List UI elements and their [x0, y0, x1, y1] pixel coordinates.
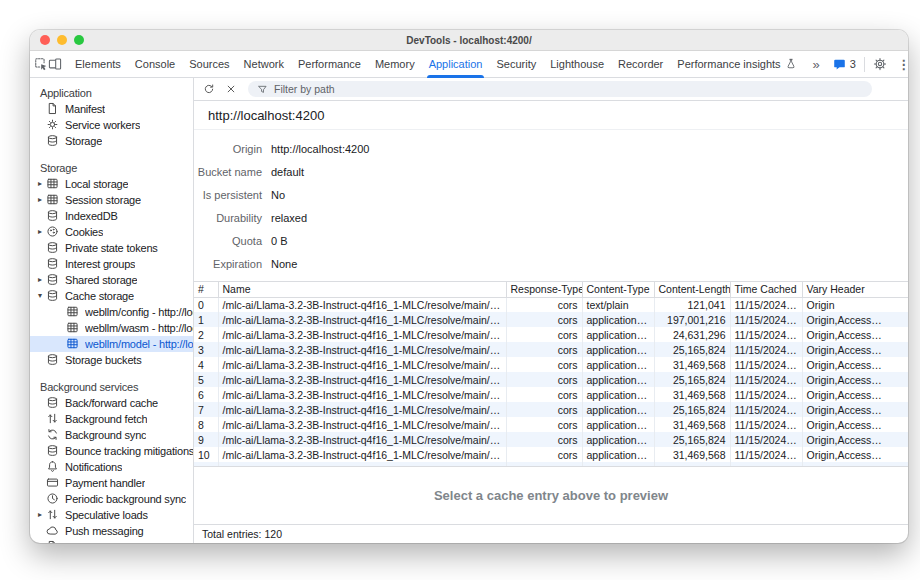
sidebar-item-service-workers[interactable]: Service workers — [30, 117, 193, 133]
sidebar-item-private-state-tokens[interactable]: Private state tokens — [30, 240, 193, 256]
sidebar-item-reporting-api[interactable]: Reporting API — [30, 539, 193, 543]
tab-performance-insights[interactable]: Performance insights — [670, 51, 803, 77]
table-icon — [66, 305, 80, 319]
sidebar-item-label: Cookies — [65, 226, 103, 238]
cell-content-length: 31,469,568 — [654, 387, 730, 402]
total-entries-label: Total entries: 120 — [202, 528, 282, 540]
tab-console[interactable]: Console — [128, 51, 182, 77]
column-header-name[interactable]: Name — [218, 282, 506, 297]
cell-content-length: 197,001,216 — [654, 312, 730, 327]
sidebar-item-session-storage[interactable]: ▸Session storage — [30, 192, 193, 208]
minimize-window-button[interactable] — [57, 35, 67, 45]
sidebar-item-background-fetch[interactable]: Background fetch — [30, 411, 193, 427]
tab-sources[interactable]: Sources — [182, 51, 236, 77]
tab-network[interactable]: Network — [237, 51, 291, 77]
sidebar-item-webllm-model-http-loc[interactable]: webllm/model - http://loc… — [30, 336, 193, 352]
sidebar-item-storage-buckets[interactable]: Storage buckets — [30, 352, 193, 368]
table-row[interactable]: 4/mlc-ai/Llama-3.2-3B-Instruct-q4f16_1-M… — [194, 357, 908, 372]
cell-name: /mlc-ai/Llama-3.2-3B-Instruct-q4f16_1-ML… — [218, 432, 506, 447]
cache-storage-panel: Filter by path http://localhost:4200 Ori… — [194, 78, 908, 543]
issues-button[interactable]: 3 — [828, 51, 861, 77]
sidebar-item-label: Local storage — [65, 178, 128, 190]
sidebar-item-background-sync[interactable]: Background sync — [30, 427, 193, 443]
expander-right-icon[interactable]: ▸ — [34, 272, 46, 288]
cell-: 6 — [194, 387, 218, 402]
updown-arrows-icon — [46, 508, 60, 522]
table-row[interactable]: 0/mlc-ai/Llama-3.2-3B-Instruct-q4f16_1-M… — [194, 297, 908, 312]
menu-kebab-icon[interactable]: ⋮ — [892, 51, 908, 77]
sidebar-item-webllm-config-http-loc[interactable]: webllm/config - http://loc… — [30, 304, 193, 320]
document-icon — [46, 540, 60, 543]
table-row[interactable]: 7/mlc-ai/Llama-3.2-3B-Instruct-q4f16_1-M… — [194, 402, 908, 417]
sidebar-item-indexeddb[interactable]: IndexedDB — [30, 208, 193, 224]
sidebar-item-manifest[interactable]: Manifest — [30, 101, 193, 117]
tab-lighthouse[interactable]: Lighthouse — [543, 51, 611, 77]
sidebar-item-label: Notifications — [65, 461, 122, 473]
column-header-time-cached[interactable]: Time Cached — [730, 282, 802, 297]
table-row[interactable]: 6/mlc-ai/Llama-3.2-3B-Instruct-q4f16_1-M… — [194, 387, 908, 402]
database-icon — [46, 444, 60, 458]
sidebar-item-payment-handler[interactable]: Payment handler — [30, 475, 193, 491]
inspect-element-icon[interactable] — [34, 51, 48, 77]
cell-response-type: cors — [506, 372, 582, 387]
sidebar-item-speculative-loads[interactable]: ▸Speculative loads — [30, 507, 193, 523]
sidebar-item-cookies[interactable]: ▸Cookies — [30, 224, 193, 240]
cell-time-cached: 11/15/2024, 10… — [730, 432, 802, 447]
cell-response-type: cors — [506, 297, 582, 312]
cookie-icon — [46, 225, 60, 239]
delete-selected-icon[interactable] — [222, 80, 240, 98]
column-header-content-length[interactable]: Content-Length — [654, 282, 730, 297]
refresh-icon[interactable] — [200, 80, 218, 98]
table-row[interactable]: 3/mlc-ai/Llama-3.2-3B-Instruct-q4f16_1-M… — [194, 342, 908, 357]
column-header-response-type[interactable]: Response-Type — [506, 282, 582, 297]
sidebar-item-push-messaging[interactable]: Push messaging — [30, 523, 193, 539]
table-row[interactable]: 8/mlc-ai/Llama-3.2-3B-Instruct-q4f16_1-M… — [194, 417, 908, 432]
table-row[interactable]: 1/mlc-ai/Llama-3.2-3B-Instruct-q4f16_1-M… — [194, 312, 908, 327]
tab-recorder[interactable]: Recorder — [611, 51, 670, 77]
table-row[interactable]: 2/mlc-ai/Llama-3.2-3B-Instruct-q4f16_1-M… — [194, 327, 908, 342]
cell-: 3 — [194, 342, 218, 357]
cell-content-type: application/oc… — [582, 327, 654, 342]
column-header-vary-header[interactable]: Vary Header — [802, 282, 908, 297]
sidebar-item-periodic-background-sync[interactable]: Periodic background sync — [30, 491, 193, 507]
tab-elements[interactable]: Elements — [68, 51, 128, 77]
updown-arrows-icon — [46, 412, 60, 426]
sidebar-item-webllm-wasm-http-loca[interactable]: webllm/wasm - http://loca… — [30, 320, 193, 336]
expander-right-icon[interactable]: ▸ — [34, 224, 46, 240]
cell-vary-header: Origin,Access… — [802, 417, 908, 432]
cell-content-length: 25,165,824 — [654, 342, 730, 357]
table-row[interactable]: 10/mlc-ai/Llama-3.2-3B-Instruct-q4f16_1-… — [194, 447, 908, 462]
sidebar-item-interest-groups[interactable]: Interest groups — [30, 256, 193, 272]
sidebar-item-local-storage[interactable]: ▸Local storage — [30, 176, 193, 192]
cell-response-type: cors — [506, 447, 582, 462]
tab-memory[interactable]: Memory — [368, 51, 422, 77]
sidebar-item-notifications[interactable]: Notifications — [30, 459, 193, 475]
table-row[interactable]: 5/mlc-ai/Llama-3.2-3B-Instruct-q4f16_1-M… — [194, 372, 908, 387]
tab-application[interactable]: Application — [422, 51, 490, 77]
more-tabs-icon[interactable]: » — [804, 51, 828, 77]
cell-vary-header: Origin,Access… — [802, 372, 908, 387]
settings-gear-icon[interactable] — [868, 51, 892, 77]
sidebar-section-background-services: Background services — [30, 378, 193, 395]
sidebar-item-storage[interactable]: Storage — [30, 133, 193, 149]
device-toolbar-icon[interactable] — [48, 51, 62, 77]
column-header-content-type[interactable]: Content-Type — [582, 282, 654, 297]
expander-down-icon[interactable]: ▾ — [34, 288, 46, 304]
column-header-[interactable]: # — [194, 282, 218, 297]
devtools-window: DevTools - localhost:4200/ ElementsConso… — [30, 30, 908, 543]
sidebar-item-shared-storage[interactable]: ▸Shared storage — [30, 272, 193, 288]
sidebar-item-cache-storage[interactable]: ▾Cache storage — [30, 288, 193, 304]
tab-security[interactable]: Security — [489, 51, 543, 77]
expander-right-icon[interactable]: ▸ — [34, 507, 46, 523]
tab-performance[interactable]: Performance — [291, 51, 368, 77]
close-window-button[interactable] — [40, 35, 50, 45]
zoom-window-button[interactable] — [74, 35, 84, 45]
table-row[interactable]: 9/mlc-ai/Llama-3.2-3B-Instruct-q4f16_1-M… — [194, 432, 908, 447]
filter-input[interactable]: Filter by path — [248, 81, 872, 97]
sidebar-item-back-forward-cache[interactable]: Back/forward cache — [30, 395, 193, 411]
entries-table: #NameResponse-TypeContent-TypeContent-Le… — [194, 282, 908, 467]
expander-right-icon[interactable]: ▸ — [34, 192, 46, 208]
sidebar-item-bounce-tracking-mitigations[interactable]: Bounce tracking mitigations — [30, 443, 193, 459]
expander-right-icon[interactable]: ▸ — [34, 176, 46, 192]
meta-value: relaxed — [271, 212, 307, 224]
